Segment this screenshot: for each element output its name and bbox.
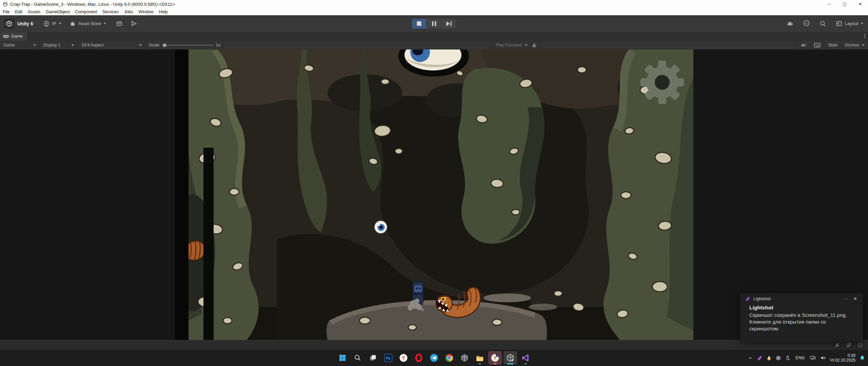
unity-editor-button[interactable]: 6 (504, 351, 517, 365)
menu-jobs[interactable]: Jobs (121, 9, 136, 14)
display-dropdown[interactable]: Display 1 (40, 41, 78, 49)
lightshot-feather-icon[interactable] (757, 355, 763, 361)
lightshot-notification[interactable]: Lightshot ··· ✕ Lightshot Скриншот сохра… (740, 293, 863, 342)
tab-game[interactable]: Game (0, 32, 28, 41)
vsync-keyboard-toggle[interactable] (810, 41, 824, 49)
unity-version-label: Unity 6 (17, 21, 33, 26)
gameview-toolbar-left: Game Display 1 16:9 Aspect Scale 1x (0, 41, 224, 49)
tab-game-label: Game (11, 34, 23, 39)
menu-window[interactable]: Window (136, 9, 156, 14)
menu-file[interactable]: File (0, 9, 12, 14)
menu-gameobject[interactable]: GameObject (43, 9, 72, 14)
game-viewport[interactable] (175, 49, 693, 340)
moss-center-right (458, 68, 545, 244)
notification-close-button[interactable]: ✕ (852, 296, 858, 301)
telegram-button[interactable] (427, 351, 441, 365)
layers-muted-icon[interactable] (844, 341, 853, 349)
close-button[interactable]: ✕ (852, 0, 868, 8)
notification-line3: скриншотом. (749, 325, 857, 332)
taskbar: Ps Y (0, 350, 868, 366)
left-black-edge (175, 49, 189, 340)
running-indicator (494, 363, 497, 364)
gizmos-dropdown[interactable]: Gizmos (841, 41, 868, 49)
volume-icon[interactable] (820, 355, 826, 361)
layout-menu[interactable]: Layout (835, 20, 863, 27)
notification-bell-icon[interactable] (859, 355, 865, 361)
package-inbox-icon[interactable] (116, 20, 123, 27)
maximize-button[interactable]: ▢ (837, 0, 852, 8)
account-icon (43, 20, 50, 27)
yandex-browser-icon: Y (491, 353, 499, 362)
unity-toolbar: Unity 6 IP Asset Store (0, 15, 868, 32)
toolbar-right: Layout (786, 15, 863, 32)
keyboard-icon (814, 42, 821, 48)
yandex-browser-active-button[interactable]: Y (488, 351, 502, 365)
chevron-up-icon[interactable] (748, 355, 753, 361)
layout-label: Layout (845, 21, 858, 26)
debug-bug-icon[interactable] (531, 42, 537, 48)
window-title: Crap-Trap - GameScene_3 - Windows, Mac, … (10, 2, 175, 7)
taskbar-search-button[interactable] (351, 351, 364, 365)
notification-line1: Скриншот сохранён в Screenshot_11.png. (749, 312, 857, 319)
stats-toggle[interactable]: Stats (824, 41, 841, 49)
task-view-button[interactable] (366, 351, 380, 365)
taskbar-clock[interactable]: 0:33 Чт.02.10.2025 (830, 353, 855, 363)
yandex-browser-button[interactable]: Y (397, 351, 410, 365)
start-button[interactable] (336, 351, 349, 365)
account-menu[interactable]: IP (43, 20, 61, 27)
undo-history-icon[interactable] (803, 20, 810, 27)
file-explorer-button[interactable] (473, 351, 487, 365)
menu-assets[interactable]: Assets (25, 9, 43, 14)
menu-services[interactable]: Services (100, 9, 121, 14)
scale-slider-knob[interactable] (163, 43, 166, 47)
bug-muted-icon[interactable] (833, 341, 842, 349)
running-indicator (525, 363, 527, 364)
stop-icon (417, 21, 421, 26)
aspect-ratio-dropdown[interactable]: 16:9 Aspect (78, 41, 145, 49)
play-focused-dropdown[interactable]: Play Focused (496, 41, 537, 49)
search-icon[interactable] (819, 20, 827, 27)
toolbar-separator (38, 20, 38, 27)
asset-store-bag-icon (70, 20, 76, 27)
photoshop-button[interactable]: Ps (381, 351, 395, 365)
tab-options-kebab-icon[interactable] (864, 34, 865, 38)
minimize-button[interactable]: – (821, 0, 837, 8)
window-controls: – ▢ ✕ (821, 0, 868, 8)
pause-button[interactable] (427, 18, 442, 29)
stop-button[interactable] (412, 18, 427, 29)
network-icon[interactable] (810, 355, 816, 361)
toolbar-left: Unity 6 IP Asset Store (4, 15, 137, 32)
menu-component[interactable]: Component (72, 9, 100, 14)
menu-edit[interactable]: Edit (12, 9, 25, 14)
unity-hub-icon (460, 353, 469, 362)
step-button[interactable] (442, 18, 457, 29)
usb-device-icon[interactable] (785, 355, 790, 361)
drop-icon[interactable] (766, 355, 772, 361)
chrome-button[interactable] (442, 351, 456, 365)
version-control-icon[interactable] (130, 20, 137, 27)
unity-tray-icon[interactable] (775, 355, 781, 361)
clock-date: Чт.02.10.2025 (830, 358, 855, 363)
opera-button[interactable] (412, 351, 426, 365)
settings-gear[interactable] (640, 61, 684, 104)
gameview-mode-label: Game (3, 43, 15, 47)
audio-mute-toggle[interactable] (796, 41, 810, 49)
scale-slider[interactable] (162, 45, 213, 46)
unity-hub-button[interactable] (458, 351, 471, 365)
cloud-icon[interactable] (786, 20, 794, 28)
visual-studio-button[interactable] (519, 351, 532, 365)
chevron-down-icon (525, 44, 528, 46)
gameview-mode-dropdown[interactable]: Game (0, 41, 40, 49)
unity-logo (4, 19, 14, 29)
notification-more-button[interactable]: ··· (843, 296, 849, 301)
menu-help[interactable]: Help (156, 9, 171, 14)
window-titlebar: Crap-Trap - GameScene_3 - Windows, Mac, … (0, 0, 868, 8)
tab-strip: Game (0, 32, 868, 41)
lightshot-feather-icon (745, 296, 750, 301)
language-indicator[interactable]: ENG (794, 355, 806, 360)
gameview-toolbar: Game Display 1 16:9 Aspect Scale 1x Play… (0, 41, 868, 50)
asset-store-menu[interactable]: Asset Store (70, 20, 106, 27)
chevron-down-icon (59, 23, 61, 24)
activity-clock-icon[interactable] (856, 341, 865, 349)
notification-body[interactable]: Lightshot Скриншот сохранён в Screenshot… (740, 301, 863, 332)
